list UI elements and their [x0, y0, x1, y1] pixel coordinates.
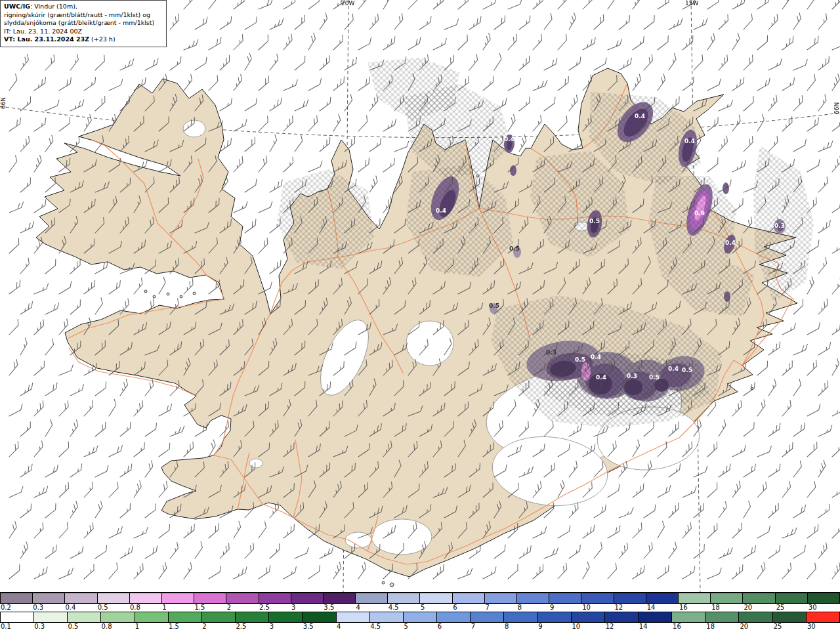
precip-value-label: 0.4 [504, 136, 514, 142]
colorbar-tick-label: 10 [581, 604, 614, 612]
colorbar-cell [776, 593, 808, 604]
colorbar-tick-label: 7 [485, 604, 517, 612]
colorbar-cell [808, 593, 840, 604]
colorbar-cell [169, 612, 202, 623]
colorbar-cell [679, 593, 711, 604]
colorbar-tick-label: 5 [403, 623, 436, 630]
precip-value-label: 0.5 [575, 356, 585, 363]
colorbar-tick-label: 14 [646, 604, 679, 612]
colorbar-tick-label: 6 [452, 604, 484, 612]
colorbar-cell [101, 612, 135, 623]
precip-value-label: 0.5 [509, 245, 520, 252]
colorbar-sleet-snow-labels: 0.20.30.40.50.811.522.533.544.5567891012… [0, 604, 840, 612]
colorbar-tick-label: 2.5 [235, 623, 268, 630]
colorbar-tick-label: 20 [743, 604, 775, 612]
colorbar-tick-label: 4.5 [369, 623, 403, 630]
colorbar-cell [773, 612, 807, 623]
colorbar-cell [388, 593, 420, 604]
colorbar-cell [711, 593, 743, 604]
colorbar-tick-label: 30 [808, 604, 840, 612]
precip-value-label: 0.3 [546, 349, 556, 356]
colorbar-cell [504, 612, 537, 623]
precip-value-label: 0.5 [489, 303, 499, 309]
colorbar-tick-label: 2.5 [259, 604, 291, 612]
colorbar-tick-label: 25 [776, 604, 808, 612]
colorbar-tick-label: 16 [679, 604, 711, 612]
colorbar-cell [65, 593, 97, 604]
colorbar-tick-label: 3 [291, 604, 323, 612]
colorbar-tick-label: 16 [672, 623, 705, 630]
weather-map-page: 0.40.40.40.40.50.90.40.30.50.50.30.50.40… [0, 0, 840, 630]
colorbar-tick-label: 0.5 [67, 623, 100, 630]
colorbar-cell [162, 593, 194, 604]
colorbar-cell [194, 593, 226, 604]
colorbar-tick-label: 5 [420, 604, 452, 612]
colorbar-tick-label: 1.5 [194, 604, 226, 612]
colorbar-tick-label: 9 [549, 604, 581, 612]
colorbar-tick-label: 20 [739, 623, 772, 630]
precip-value-label: 0.4 [436, 207, 446, 214]
colorbar-tick-label: 8 [504, 623, 537, 630]
lat-label-right-66n: 66N [833, 102, 840, 114]
colorbar-tick-label: 1 [135, 623, 168, 630]
precip-value-label: 0.4 [591, 354, 601, 360]
legend-line-title: UWC/IG: Vindur (10m), [4, 3, 163, 11]
product-code: UWC/IG [4, 3, 30, 10]
colorbar-rain [0, 612, 840, 623]
colorbar-tick-label: 0.4 [64, 604, 96, 612]
colorbar-cell [337, 612, 370, 623]
colorbar-cell [807, 612, 840, 623]
colorbar-tick-label: 1 [161, 604, 194, 612]
lon-label-20w: 20W [341, 0, 354, 7]
precip-value-label: 0.5 [649, 374, 660, 381]
colorbar-cell [581, 593, 614, 604]
vt-offset: (+23 h) [89, 35, 116, 43]
colorbar-tick-label: 7 [471, 623, 504, 630]
colorbar-cell [0, 593, 33, 604]
legend-line-vt: VT: Lau. 23.11.2024 23Z (+23 h) [4, 35, 163, 44]
colorbar-tick-label: 18 [705, 623, 739, 630]
colorbar-tick-label: 3.5 [303, 623, 336, 630]
precip-value-label: 0.4 [635, 113, 645, 119]
colorbar-tick-label: 6 [437, 623, 471, 630]
colorbar-tick-label: 4.5 [388, 604, 420, 612]
colorbar-tick-label: 0.8 [101, 623, 135, 630]
map-canvas: 0.40.40.40.40.50.90.40.30.50.50.30.50.40… [0, 0, 840, 592]
colorbar-tick-label: 30 [807, 623, 840, 630]
colorbar-tick-label: 0.3 [32, 604, 64, 612]
colorbar-cell [303, 612, 336, 623]
precip-value-label: 0.4 [668, 366, 679, 372]
colorbar-cell [739, 612, 772, 623]
colorbar-tick-label: 8 [517, 604, 549, 612]
colorbar-cell [517, 593, 549, 604]
colorbar-cell [34, 612, 68, 623]
colorbar-rain-labels: 0.10.30.50.811.522.533.544.5567891012141… [0, 623, 840, 630]
colorbar-tick-label: 4 [336, 623, 369, 630]
iceland-weather-map: 0.40.40.40.40.50.90.40.30.50.50.30.50.40… [0, 0, 840, 592]
precip-value-label: 0.3 [774, 222, 785, 229]
colorbar-cell [33, 593, 65, 604]
colorbar-cell [370, 612, 404, 623]
precipitation-colorbars: 0.20.30.40.50.811.522.533.544.5567891012… [0, 592, 840, 630]
vt-time: VT: Lau. 23.11.2024 23Z [4, 35, 89, 43]
colorbar-cell [672, 612, 705, 623]
colorbar-tick-label: 3.5 [323, 604, 355, 612]
precip-value-label: 0.4 [596, 374, 606, 381]
precip-value-label: 0.4 [725, 240, 736, 246]
colorbar-cell [639, 612, 672, 623]
colorbar-cell [68, 612, 101, 623]
colorbar-cell [98, 593, 130, 604]
colorbar-cell [259, 593, 291, 604]
title-rest: : Vindur (10m), [30, 3, 77, 10]
lon-label-15w: 15W [685, 0, 698, 7]
colorbar-cell [420, 593, 452, 604]
colorbar-sleet-snow [0, 593, 840, 604]
colorbar-cell [605, 612, 639, 623]
colorbar-cell [453, 593, 485, 604]
colorbar-tick-label: 10 [571, 623, 604, 630]
precip-value-label: 0.3 [627, 373, 637, 379]
legend-line-rain: rigning/skúrir (grænt/blátt/rautt - mm/1… [4, 11, 163, 20]
colorbar-cell [743, 593, 775, 604]
precip-value-label: 0.5 [589, 218, 600, 224]
colorbar-cell [324, 593, 356, 604]
